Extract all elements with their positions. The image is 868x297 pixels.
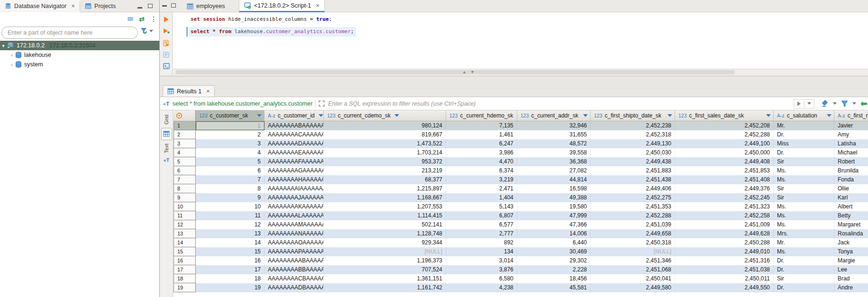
row-number[interactable]: 11: [174, 211, 196, 220]
cell[interactable]: 2,449,580: [591, 283, 675, 292]
close-icon[interactable]: ×: [71, 2, 75, 9]
cell[interactable]: AAAAAAAADAAAAAAA: [265, 139, 324, 148]
cell[interactable]: Brad: [834, 274, 868, 283]
cell[interactable]: Karl: [834, 193, 868, 202]
cell[interactable]: 49,388: [517, 193, 591, 202]
row-number[interactable]: 17: [174, 265, 196, 274]
column-filter-arrow-icon[interactable]: [394, 114, 399, 117]
navigate-back-icon[interactable]: ⬅: [860, 99, 867, 109]
cell[interactable]: 32,946: [517, 121, 591, 130]
column-filter-arrow-icon[interactable]: [766, 114, 771, 117]
cell[interactable]: 2,451,883: [591, 166, 675, 175]
cell[interactable]: AAAAAAAAMAAAAAAA: [265, 220, 324, 229]
minimize-icon[interactable]: [162, 5, 167, 7]
cell[interactable]: 980,124: [324, 121, 446, 130]
explain-plan-icon[interactable]: [163, 52, 169, 58]
execute-statement-icon[interactable]: [163, 16, 169, 23]
cell[interactable]: 6,247: [446, 139, 517, 148]
column-header-c_current_hdemo_sk[interactable]: 123c_current_hdemo_sk: [446, 110, 517, 121]
cell[interactable]: 2,777: [446, 229, 517, 238]
cell[interactable]: 1,161,742: [324, 283, 446, 292]
cell[interactable]: AAAAAAAAJAAAAAAA: [265, 193, 324, 202]
cell[interactable]: 18: [196, 274, 265, 283]
cell[interactable]: 707,524: [324, 265, 446, 274]
tab-script-1[interactable]: <172.18.0.2> Script-1 ×: [239, 0, 325, 12]
cell[interactable]: 6,580: [446, 274, 517, 283]
cell[interactable]: 2,452,208: [675, 121, 774, 130]
column-header-c_current_addr_sk[interactable]: 123c_current_addr_sk: [517, 110, 591, 121]
cell[interactable]: AAAAAAAANAAAAAAA: [265, 229, 324, 238]
cell[interactable]: Tonya: [834, 247, 868, 256]
cell[interactable]: 2,452,258: [675, 211, 774, 220]
collapse-all-icon[interactable]: [128, 17, 133, 21]
row-number[interactable]: 18: [174, 274, 196, 283]
cell[interactable]: 2,449,438: [591, 157, 675, 166]
row-number[interactable]: 15: [174, 247, 196, 256]
column-filter-arrow-icon[interactable]: [257, 114, 262, 117]
row-number[interactable]: 2: [174, 130, 196, 139]
filters-icon[interactable]: [841, 100, 848, 107]
cell[interactable]: 1,404: [446, 193, 517, 202]
cell[interactable]: 953,372: [324, 157, 446, 166]
tree-item-connection[interactable]: ▾ 172.18.0.2 172.18.0.2:31604: [0, 41, 159, 50]
cell[interactable]: Javier: [834, 121, 868, 130]
link-with-editor-icon[interactable]: ⇄: [139, 15, 145, 23]
cell[interactable]: 7,135: [446, 121, 517, 130]
cell[interactable]: 18,456: [517, 274, 591, 283]
cell[interactable]: AAAAAAAABBAAAAAA: [265, 265, 324, 274]
row-number[interactable]: 1: [174, 121, 196, 130]
cell[interactable]: 19,580: [517, 202, 591, 211]
cell[interactable]: 2,451,068: [591, 265, 675, 274]
cell[interactable]: 30,469: [517, 247, 591, 256]
cell[interactable]: 2,451,438: [591, 175, 675, 184]
select-all-icon[interactable]: [176, 113, 182, 118]
cell[interactable]: AAAAAAAAGAAAAAAA: [265, 166, 324, 175]
column-filter-arrow-icon[interactable]: [667, 114, 672, 117]
scrollbar-thumb[interactable]: [175, 70, 735, 74]
cell[interactable]: 68,377: [324, 175, 446, 184]
cell[interactable]: 6,807: [446, 211, 517, 220]
cell[interactable]: 10: [196, 202, 265, 211]
cell[interactable]: 39,558: [517, 148, 591, 157]
cell[interactable]: AAAAAAAACBAAAAAA: [265, 274, 324, 283]
cell[interactable]: 2,449,100: [675, 139, 774, 148]
cell[interactable]: 2,452,275: [591, 193, 675, 202]
cell[interactable]: Sir: [774, 274, 834, 283]
cell[interactable]: 1: [196, 121, 265, 130]
splitter-sash-controls[interactable]: ▲▼: [462, 70, 475, 74]
cell[interactable]: AAAAAAAAKAAAAAAA: [265, 202, 324, 211]
cell[interactable]: 4,470: [446, 157, 517, 166]
cell[interactable]: Mrs.: [774, 229, 834, 238]
cell[interactable]: 6,577: [446, 220, 517, 229]
column-header-c_salutation[interactable]: A-zc_salutation: [774, 110, 834, 121]
cell[interactable]: 47,366: [517, 220, 591, 229]
row-number[interactable]: 9: [174, 193, 196, 202]
execute-new-tab-icon[interactable]: [163, 28, 170, 35]
minimize-icon[interactable]: [137, 7, 142, 9]
column-header-c_first_shipto_date_sk[interactable]: 123c_first_shipto_date_sk: [591, 110, 675, 121]
cell[interactable]: 2,449,628: [675, 229, 774, 238]
cell[interactable]: 1,128,748: [324, 229, 446, 238]
cell[interactable]: Ollie: [834, 184, 868, 193]
cell[interactable]: 1,168,667: [324, 193, 446, 202]
cell[interactable]: 2,451,038: [675, 265, 774, 274]
cell[interactable]: 2,452,238: [591, 121, 675, 130]
cell[interactable]: Dr.: [774, 148, 834, 157]
grid-tab-label[interactable]: Grid: [164, 115, 169, 125]
cell[interactable]: 1,703,214: [324, 148, 446, 157]
cell[interactable]: Jack: [834, 238, 868, 247]
execute-script-icon[interactable]: [163, 40, 170, 46]
cell[interactable]: 2,449,010: [675, 247, 774, 256]
column-filter-arrow-icon[interactable]: [583, 114, 588, 117]
row-number[interactable]: 10: [174, 202, 196, 211]
column-header-c_customer_sk[interactable]: 123c_customer_sk: [196, 110, 265, 121]
cell[interactable]: 2,452,318: [591, 130, 675, 139]
cell[interactable]: 4: [196, 148, 265, 157]
cell[interactable]: 929,344: [324, 238, 446, 247]
cell[interactable]: 2,451,408: [675, 175, 774, 184]
cell[interactable]: Margaret: [834, 220, 868, 229]
row-number[interactable]: 3: [174, 139, 196, 148]
cell[interactable]: Amy: [834, 130, 868, 139]
cell[interactable]: 14: [196, 238, 265, 247]
cell[interactable]: Mr.: [774, 121, 834, 130]
